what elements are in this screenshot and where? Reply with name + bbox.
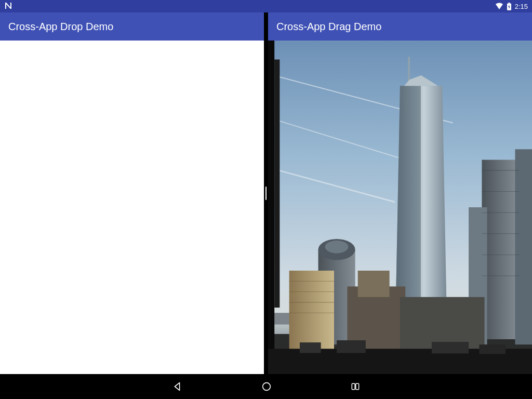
nav-recents-button[interactable] bbox=[350, 381, 361, 392]
svg-rect-7 bbox=[274, 60, 280, 308]
wifi-icon bbox=[495, 3, 503, 10]
status-time: 2:15 bbox=[515, 3, 528, 10]
drop-target-area[interactable] bbox=[0, 41, 264, 374]
nav-home-button[interactable] bbox=[261, 381, 272, 392]
drag-source-area bbox=[268, 41, 532, 374]
right-app-title: Cross-App Drag Demo bbox=[276, 21, 381, 33]
svg-rect-32 bbox=[358, 271, 390, 297]
right-app-pane: Cross-App Drag Demo bbox=[268, 12, 532, 374]
svg-rect-13 bbox=[482, 160, 518, 339]
left-app-pane: Cross-App Drop Demo bbox=[0, 12, 264, 374]
status-bar: 2:15 bbox=[0, 0, 532, 12]
svg-rect-35 bbox=[337, 340, 366, 353]
svg-rect-1 bbox=[508, 3, 510, 4]
left-app-title: Cross-App Drop Demo bbox=[8, 21, 113, 33]
split-divider-handle[interactable] bbox=[265, 187, 267, 200]
svg-rect-14 bbox=[515, 149, 532, 344]
svg-rect-40 bbox=[356, 383, 359, 390]
svg-rect-6 bbox=[268, 41, 274, 374]
right-app-bar: Cross-App Drag Demo bbox=[268, 12, 532, 41]
svg-point-38 bbox=[263, 383, 271, 391]
left-app-bar: Cross-App Drop Demo bbox=[0, 12, 264, 41]
navigation-bar bbox=[0, 374, 532, 399]
split-screen-container: Cross-App Drop Demo Cross-App Drag Demo bbox=[0, 12, 532, 374]
android-n-icon bbox=[4, 2, 12, 11]
svg-rect-39 bbox=[352, 383, 355, 390]
svg-rect-37 bbox=[479, 344, 506, 354]
city-skyline-photo[interactable] bbox=[268, 41, 532, 374]
nav-back-button[interactable] bbox=[171, 381, 183, 392]
svg-rect-36 bbox=[432, 342, 469, 353]
battery-charging-icon bbox=[507, 3, 512, 10]
svg-rect-34 bbox=[300, 342, 321, 353]
svg-point-24 bbox=[325, 241, 349, 253]
svg-marker-11 bbox=[396, 86, 421, 302]
split-divider[interactable] bbox=[264, 12, 268, 374]
